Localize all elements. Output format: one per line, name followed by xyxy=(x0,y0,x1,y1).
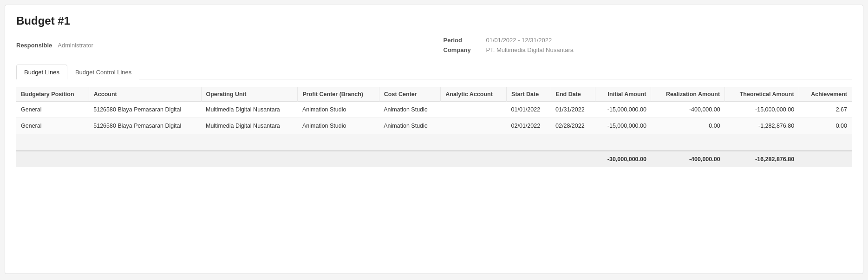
col-account: Account xyxy=(89,87,201,102)
cell-budgetary-position: General xyxy=(16,102,89,118)
cell-account: 5126580 Biaya Pemasaran Digital xyxy=(89,118,201,134)
cell-achievement: 2.67 xyxy=(799,102,852,118)
budget-lines-table: Budgetary Position Account Operating Uni… xyxy=(16,87,852,167)
footer-achievement-empty xyxy=(799,151,852,167)
col-operating-unit: Operating Unit xyxy=(201,87,298,102)
responsible-value: Administrator xyxy=(58,42,93,49)
footer-empty xyxy=(16,151,595,167)
footer-initial-total: -30,000,000.00 xyxy=(595,151,651,167)
cell-theoretical-amount: -15,000,000.00 xyxy=(725,102,799,118)
company-value: PT. Multimedia Digital Nusantara xyxy=(486,46,574,53)
tabs: Budget Lines Budget Control Lines xyxy=(16,65,852,79)
col-realization-amount: Realization Amount xyxy=(651,87,725,102)
cell-operating-unit: Multimedia Digital Nusantara xyxy=(201,118,298,134)
cell-operating-unit: Multimedia Digital Nusantara xyxy=(201,102,298,118)
col-profit-center: Profit Center (Branch) xyxy=(298,87,379,102)
cell-initial-amount: -15,000,000.00 xyxy=(595,118,651,134)
cell-profit-center: Animation Studio xyxy=(298,118,379,134)
table-row[interactable]: General 5126580 Biaya Pemasaran Digital … xyxy=(16,102,852,118)
cell-realization-amount: -400,000.00 xyxy=(651,102,725,118)
cell-analytic-account xyxy=(441,102,507,118)
period-value: 01/01/2022 - 12/31/2022 xyxy=(486,37,552,44)
cell-account: 5126580 Biaya Pemasaran Digital xyxy=(89,102,201,118)
cell-analytic-account xyxy=(441,118,507,134)
col-budgetary-position: Budgetary Position xyxy=(16,87,89,102)
col-analytic-account: Analytic Account xyxy=(441,87,507,102)
cell-budgetary-position: General xyxy=(16,118,89,134)
form-section: Responsible Administrator Period 01/01/2… xyxy=(16,37,852,53)
cell-theoretical-amount: -1,282,876.80 xyxy=(725,118,799,134)
col-start-date: Start Date xyxy=(507,87,551,102)
col-achievement: Achievement xyxy=(799,87,852,102)
company-label: Company xyxy=(444,46,481,53)
page-title: Budget #1 xyxy=(16,14,852,27)
form-right: Period 01/01/2022 - 12/31/2022 Company P… xyxy=(444,37,852,53)
company-row: Company PT. Multimedia Digital Nusantara xyxy=(444,46,852,53)
cell-start-date: 01/01/2022 xyxy=(507,102,551,118)
cell-cost-center: Animation Studio xyxy=(379,118,440,134)
footer-row: -30,000,000.00 -400,000.00 -16,282,876.8… xyxy=(16,151,852,167)
col-cost-center: Cost Center xyxy=(379,87,440,102)
page-container: Budget #1 Responsible Administrator Peri… xyxy=(5,5,863,274)
col-theoretical-amount: Theoretical Amount xyxy=(725,87,799,102)
empty-row xyxy=(16,134,852,151)
table-wrapper: Budgetary Position Account Operating Uni… xyxy=(16,87,852,167)
col-initial-amount: Initial Amount xyxy=(595,87,651,102)
cell-achievement: 0.00 xyxy=(799,118,852,134)
tab-budget-control-lines[interactable]: Budget Control Lines xyxy=(67,65,139,79)
footer-theoretical-total: -16,282,876.80 xyxy=(725,151,799,167)
cell-initial-amount: -15,000,000.00 xyxy=(595,102,651,118)
table-row[interactable]: General 5126580 Biaya Pemasaran Digital … xyxy=(16,118,852,134)
footer-realization-total: -400,000.00 xyxy=(651,151,725,167)
cell-realization-amount: 0.00 xyxy=(651,118,725,134)
cell-cost-center: Animation Studio xyxy=(379,102,440,118)
col-end-date: End Date xyxy=(551,87,595,102)
tab-budget-lines[interactable]: Budget Lines xyxy=(16,65,67,79)
cell-start-date: 02/01/2022 xyxy=(507,118,551,134)
period-label: Period xyxy=(444,37,481,44)
cell-profit-center: Animation Studio xyxy=(298,102,379,118)
cell-end-date: 02/28/2022 xyxy=(551,118,595,134)
form-left: Responsible Administrator xyxy=(16,37,425,53)
cell-end-date: 01/31/2022 xyxy=(551,102,595,118)
period-row: Period 01/01/2022 - 12/31/2022 xyxy=(444,37,852,44)
responsible-label: Responsible xyxy=(16,42,52,49)
